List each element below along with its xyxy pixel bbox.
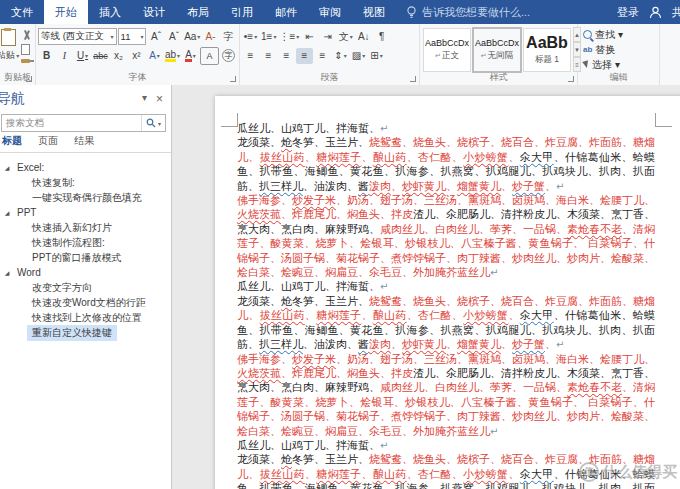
superscript-button[interactable]: x²	[128, 48, 145, 64]
style-preview: AaBbCcDx	[425, 38, 469, 48]
doc-text-run: 冬笋、玉兰片、	[292, 136, 369, 149]
font-dialog-launcher[interactable]	[230, 76, 236, 82]
doc-text-run: 、	[545, 338, 556, 351]
expand-triangle-icon: ◢	[2, 209, 12, 216]
doc-text-run: 泼肉	[369, 180, 391, 193]
nav-options-caret-icon[interactable]: ▾	[142, 92, 147, 106]
doc-text-run: 酱	[358, 180, 369, 193]
align-right-button[interactable]: ≡	[278, 48, 295, 64]
italic-button[interactable]: I	[56, 48, 73, 64]
copy-icon[interactable]	[21, 44, 30, 55]
distribute-button[interactable]: ≡	[314, 48, 331, 64]
style-card-0[interactable]: AaBbCcDx↵正文	[423, 28, 471, 72]
document-text[interactable]: 瓜丝儿、山鸡丁儿、拌海蜇、↵龙须菜、炝冬笋、玉兰片、烧鸳鸯、烧鱼头、烧槟子、烧百…	[237, 122, 655, 489]
editing-item-replace[interactable]: ab替换	[580, 42, 657, 57]
nav-tree-item-label: 快速找到上次修改的位置	[27, 310, 147, 326]
nav-tab-结果[interactable]: 结果	[66, 134, 102, 152]
ribbon-tab-审阅[interactable]: 审阅	[308, 0, 352, 24]
nav-tree-item-9[interactable]: 快速改变Word文档的行距	[0, 295, 171, 310]
bullets-button[interactable]: •≡▾	[242, 29, 259, 45]
editing-item-label: 替换	[595, 43, 615, 57]
ribbon-tab-邮件[interactable]: 邮件	[264, 0, 308, 24]
text-effects-button[interactable]: A▾	[146, 48, 163, 64]
justify-button[interactable]: ≡	[296, 48, 313, 64]
highlight-color-button[interactable]: ab▾	[164, 48, 181, 64]
doc-text-run: 炒子蟹	[512, 338, 545, 351]
share-button[interactable]: 共享	[672, 5, 680, 20]
numbering-button[interactable]: 1≡▾	[260, 29, 277, 45]
nav-tree-item-0[interactable]: ◢Excel:	[0, 160, 171, 175]
ribbon-tab-插入[interactable]: 插入	[88, 0, 132, 24]
nav-tree-item-3[interactable]: ◢PPT	[0, 205, 171, 220]
document-page[interactable]: 瓜丝儿、山鸡丁儿、拌海蜇、↵龙须菜、炝冬笋、玉兰片、烧鸳鸯、烧鱼头、烧槟子、烧百…	[215, 96, 680, 489]
tell-me-box[interactable]: 告诉我您想要做什么...	[406, 0, 530, 24]
bold-button[interactable]: B	[38, 48, 55, 64]
doc-paragraph: 龙须菜、炝冬笋、玉兰片、烧鸳鸯、烧鱼头、烧槟子、烧百合、炸豆腐、炸面筋、糖熘儿、…	[237, 136, 655, 194]
clipboard-group: 粘贴 ▾ 剪贴板	[0, 24, 36, 85]
doc-text-run: 咸肉丝儿、白肉丝儿、荸荠、一品锅、	[380, 223, 567, 236]
font-name-combobox[interactable]: 等线 (西文正文▾	[38, 28, 117, 45]
ribbon-tab-视图[interactable]: 视图	[352, 0, 396, 24]
font-group-label: 字体	[36, 71, 239, 84]
align-center-button[interactable]: ≡	[260, 48, 277, 64]
format-painter-icon[interactable]	[21, 59, 30, 63]
line-spacing-button[interactable]: ⇕▾	[332, 48, 349, 64]
multilevel-list-button[interactable]: ⋮≡▾	[278, 29, 300, 45]
doc-paragraph: 瓜丝儿、山鸡丁儿、拌海蜇、↵	[237, 280, 655, 294]
subscript-button[interactable]: x₂	[110, 48, 127, 64]
strikethrough-button[interactable]: abc	[92, 48, 109, 64]
document-search-input[interactable]: 搜索文档 ▾	[1, 114, 166, 132]
font-color-button[interactable]: A▾	[182, 48, 199, 64]
phonetic-guide-button[interactable]: 字	[220, 29, 237, 45]
nav-tree-item-11[interactable]: 重新自定义快捷键	[0, 325, 171, 340]
nav-tree-item-1[interactable]: 快速复制:	[0, 175, 171, 190]
nav-close-icon[interactable]: ×	[156, 92, 163, 106]
enclose-characters-button[interactable]: 字	[220, 48, 237, 64]
paragraph-dialog-launcher[interactable]	[410, 76, 416, 82]
ribbon-tab-引用[interactable]: 引用	[220, 0, 264, 24]
increase-indent-button[interactable]: ⇥	[319, 29, 336, 45]
align-left-button[interactable]: ≡	[242, 48, 259, 64]
nav-tree-item-8[interactable]: 改变文字方向	[0, 280, 171, 295]
ribbon-tab-设计[interactable]: 设计	[132, 0, 176, 24]
ribbon-tab-文件[interactable]: 文件	[0, 0, 44, 24]
doc-text-run: 、奶汤、翅子汤、三丝汤、熏斑鸠、卤斑鸠、海白米、烩腰丁儿、	[336, 353, 655, 366]
doc-text-run: 酱	[358, 338, 369, 351]
underline-button[interactable]: U▾	[74, 48, 91, 64]
doc-text-run: 龙须菜、	[237, 295, 281, 308]
nav-tab-页面[interactable]: 页面	[30, 134, 66, 152]
nav-tree-item-7[interactable]: ◢Word	[0, 265, 171, 280]
nav-tree-item-4[interactable]: 快速插入新幻灯片	[0, 220, 171, 235]
styles-dialog-launcher[interactable]	[568, 76, 574, 82]
asian-layout-button[interactable]: 文▾	[337, 29, 354, 45]
nav-tree-item-6[interactable]: PPT的窗口播放模式	[0, 250, 171, 265]
editing-item-select[interactable]: 选择 ▾	[580, 57, 657, 72]
show-marks-button[interactable]: ¶	[373, 29, 390, 45]
style-card-1[interactable]: AaBbCcDx↵无间隔	[472, 27, 522, 73]
nav-tree-item-2[interactable]: 一键实现奇偶行颜色填充	[0, 190, 171, 205]
editing-item-find[interactable]: 查找 ▾	[580, 27, 657, 42]
nav-tree-item-10[interactable]: 快速找到上次修改的位置	[0, 310, 171, 325]
sign-in-button[interactable]: 登录	[617, 5, 639, 20]
nav-tab-标题[interactable]: 标题	[0, 134, 30, 152]
grow-font-button[interactable]: Aˆ	[147, 29, 164, 45]
shading-button[interactable]: ▨▾	[350, 48, 367, 64]
ribbon-tab-开始[interactable]: 开始	[44, 0, 88, 24]
borders-button[interactable]: ⊞▾	[368, 48, 385, 64]
font-size-combobox[interactable]: 11▾	[118, 28, 147, 45]
ribbon-tab-布局[interactable]: 布局	[176, 0, 220, 24]
search-options-caret-icon[interactable]: ▾	[158, 120, 161, 127]
change-case-button[interactable]: Aa▾	[183, 29, 201, 45]
paste-button[interactable]: 粘贴 ▾	[0, 27, 21, 63]
clipboard-dialog-launcher[interactable]	[26, 76, 32, 82]
decrease-indent-button[interactable]: ⇤	[301, 29, 318, 45]
sort-button[interactable]: A↓	[355, 29, 372, 45]
style-card-2[interactable]: AaBb标题 1	[523, 28, 571, 72]
character-border-button[interactable]: A	[200, 47, 219, 65]
doc-text-run: 、	[501, 180, 512, 193]
cut-icon[interactable]	[21, 30, 31, 40]
nav-tree-item-5[interactable]: 快速制作流程图:	[0, 235, 171, 250]
shrink-font-button[interactable]: Aˇ	[165, 29, 182, 45]
doc-text-run: 、油泼肉、	[303, 338, 358, 351]
clear-formatting-button[interactable]: A-	[202, 29, 219, 45]
